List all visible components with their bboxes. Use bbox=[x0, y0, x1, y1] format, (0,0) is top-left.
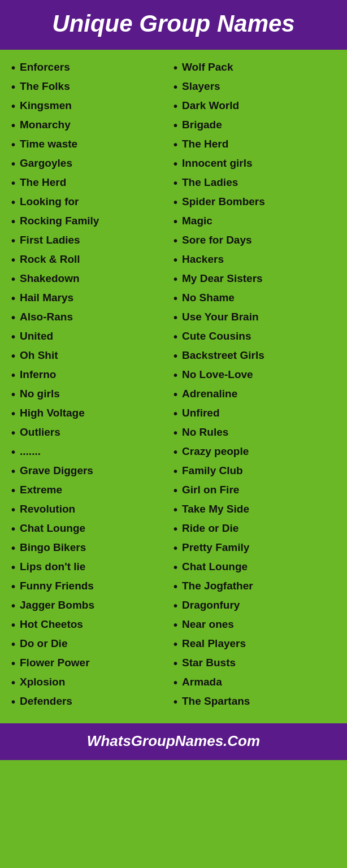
list-item: •The Herd bbox=[174, 137, 336, 153]
item-label: ....... bbox=[20, 444, 41, 459]
bullet-icon: • bbox=[174, 291, 177, 306]
bullet-icon: • bbox=[11, 656, 15, 671]
item-label: Jagger Bombs bbox=[20, 598, 94, 613]
item-label: Monarchy bbox=[20, 118, 71, 132]
bullet-icon: • bbox=[174, 637, 177, 652]
item-label: Outliers bbox=[20, 425, 60, 440]
bullet-icon: • bbox=[174, 137, 177, 153]
bullet-icon: • bbox=[174, 502, 177, 518]
bullet-icon: • bbox=[174, 118, 177, 133]
footer-text: WhatsGroupNames.Com bbox=[87, 732, 260, 749]
item-label: Defenders bbox=[20, 694, 72, 709]
list-item: •The Ladies bbox=[174, 175, 336, 191]
list-item: •Lips don't lie bbox=[11, 559, 174, 575]
bullet-icon: • bbox=[174, 310, 177, 326]
item-label: Rock & Roll bbox=[20, 252, 80, 267]
item-label: Dark World bbox=[182, 98, 239, 113]
right-column: •Wolf Pack•Slayers•Dark World•Brigade•Th… bbox=[174, 60, 336, 713]
list-item: •No Rules bbox=[174, 425, 336, 441]
list-item: •Shakedown bbox=[11, 271, 174, 287]
item-label: Flower Power bbox=[20, 656, 90, 670]
list-item: •Pretty Family bbox=[174, 540, 336, 556]
bullet-icon: • bbox=[174, 406, 177, 422]
list-item: •Crazy people bbox=[174, 444, 336, 460]
list-item: •Slayers bbox=[174, 79, 336, 95]
item-label: Bingo Bikers bbox=[20, 540, 86, 555]
list-item: •Ride or Die bbox=[174, 521, 336, 537]
item-label: Enforcers bbox=[20, 60, 70, 75]
item-label: The Jogfather bbox=[182, 579, 253, 593]
bullet-icon: • bbox=[11, 176, 15, 191]
item-label: Funny Friends bbox=[20, 579, 94, 593]
bullet-icon: • bbox=[174, 675, 177, 691]
list-item: •Spider Bombers bbox=[174, 194, 336, 210]
bullet-icon: • bbox=[11, 426, 15, 441]
list-item: •Hackers bbox=[174, 252, 336, 268]
list-item: •Magic bbox=[174, 214, 336, 229]
bullet-icon: • bbox=[11, 291, 15, 306]
item-label: Innocent girls bbox=[182, 156, 253, 171]
bullet-icon: • bbox=[174, 349, 177, 364]
list-item: •My Dear Sisters bbox=[174, 271, 336, 287]
list-item: •Looking for bbox=[11, 194, 174, 210]
item-label: Dragonfury bbox=[182, 598, 240, 613]
header: Unique Group Names bbox=[0, 0, 347, 50]
item-label: Also-Rans bbox=[20, 310, 73, 324]
bullet-icon: • bbox=[11, 214, 15, 229]
item-label: Revolution bbox=[20, 502, 75, 517]
list-item: •Hot Cheetos bbox=[11, 617, 174, 633]
item-label: Inferno bbox=[20, 367, 56, 382]
list-item: •Wolf Pack bbox=[174, 60, 336, 76]
bullet-icon: • bbox=[174, 522, 177, 537]
list-item: •Star Busts bbox=[174, 656, 336, 671]
list-item: •Hail Marys bbox=[11, 290, 174, 306]
item-label: Real Players bbox=[182, 636, 246, 651]
item-label: My Dear Sisters bbox=[182, 271, 263, 286]
item-label: Hackers bbox=[182, 252, 224, 267]
list-item: •First Ladies bbox=[11, 233, 174, 249]
bullet-icon: • bbox=[11, 598, 15, 614]
list-item: •Sore for Days bbox=[174, 233, 336, 249]
item-label: The Ladies bbox=[182, 175, 238, 190]
bullet-icon: • bbox=[174, 579, 177, 594]
list-item: •Xplosion bbox=[11, 675, 174, 691]
bullet-icon: • bbox=[174, 541, 177, 556]
item-label: No Love-Love bbox=[182, 367, 253, 382]
bullet-icon: • bbox=[174, 176, 177, 191]
bullet-icon: • bbox=[174, 99, 177, 114]
list-item: •Innocent girls bbox=[174, 156, 336, 172]
item-label: Girl on Fire bbox=[182, 483, 239, 497]
item-label: Gargoyles bbox=[20, 156, 72, 171]
page-title: Unique Group Names bbox=[11, 10, 336, 37]
bullet-icon: • bbox=[174, 195, 177, 210]
bullet-icon: • bbox=[174, 157, 177, 172]
list-item: •Girl on Fire bbox=[174, 483, 336, 498]
list-item: •Time waste bbox=[11, 137, 174, 153]
list-item: •Monarchy bbox=[11, 118, 174, 133]
item-label: Xplosion bbox=[20, 675, 65, 689]
bullet-icon: • bbox=[11, 118, 15, 133]
item-label: United bbox=[20, 329, 53, 344]
item-label: Brigade bbox=[182, 118, 222, 132]
item-label: Lips don't lie bbox=[20, 559, 85, 574]
bullet-icon: • bbox=[174, 60, 177, 76]
item-label: Pretty Family bbox=[182, 540, 249, 555]
item-label: Take My Side bbox=[182, 502, 249, 517]
list-item: •Chat Lounge bbox=[11, 521, 174, 537]
item-label: Near ones bbox=[182, 617, 234, 632]
list-item: •Dragonfury bbox=[174, 598, 336, 614]
item-label: The Folks bbox=[20, 79, 70, 94]
item-label: Spider Bombers bbox=[182, 194, 265, 209]
list-item: •Flower Power bbox=[11, 656, 174, 671]
list-item: •Kingsmen bbox=[11, 98, 174, 114]
list-item: •Rock & Roll bbox=[11, 252, 174, 268]
item-label: Do or Die bbox=[20, 636, 67, 651]
list-item: •Real Players bbox=[174, 636, 336, 652]
item-label: No girls bbox=[20, 387, 60, 401]
list-item: •Dark World bbox=[174, 98, 336, 114]
item-label: The Spartans bbox=[182, 694, 250, 709]
item-label: Unfired bbox=[182, 406, 220, 420]
item-label: The Herd bbox=[182, 137, 228, 151]
bullet-icon: • bbox=[11, 445, 15, 460]
list-item: •Adrenaline bbox=[174, 387, 336, 402]
